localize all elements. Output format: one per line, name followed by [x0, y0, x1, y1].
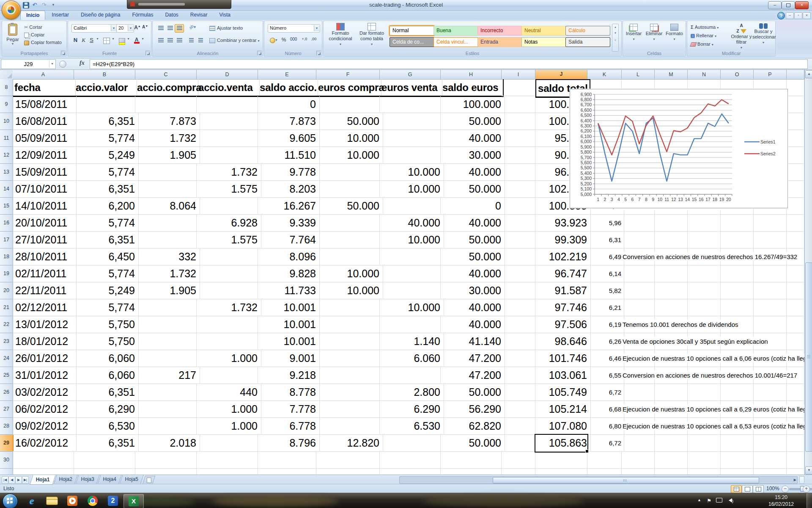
number-format-select[interactable]: Número▾ [268, 24, 320, 33]
cell-M31[interactable] [655, 469, 688, 475]
cell-D15[interactable] [197, 198, 258, 215]
cell-F31[interactable] [316, 469, 380, 475]
cell-G14[interactable]: 10.000 [380, 181, 444, 198]
cut-button[interactable]: ✂ Cortar [24, 25, 42, 30]
cell-G22[interactable] [380, 316, 441, 333]
cell-N31[interactable] [688, 469, 721, 475]
row-header-21[interactable]: 21 [0, 299, 13, 316]
cell-D31[interactable] [197, 469, 258, 475]
italic-button[interactable]: K [80, 36, 88, 45]
row-header-9[interactable]: 9 [0, 96, 13, 113]
cell-H18[interactable]: 50.000 [441, 248, 505, 265]
start-button[interactable] [3, 494, 18, 508]
cell-L16[interactable] [622, 215, 655, 232]
prev-sheet-icon[interactable]: ◀ [8, 476, 15, 484]
cell-K31[interactable] [587, 469, 622, 475]
cell-B30[interactable] [74, 452, 135, 469]
cell-M19[interactable] [655, 265, 688, 282]
first-sheet-icon[interactable]: |◀ [2, 476, 8, 484]
cell-E23[interactable]: 10.001 [258, 333, 320, 350]
cell-E16[interactable]: 9.339 [258, 215, 320, 232]
cell-E21[interactable]: 10.001 [258, 299, 320, 316]
cell-G15[interactable] [380, 198, 441, 215]
cell-P29[interactable] [754, 435, 787, 452]
cell-A28[interactable]: 09/02/2012 [13, 418, 77, 435]
cell-X16[interactable] [787, 215, 804, 232]
cell-B21[interactable]: 5,774 [74, 299, 139, 316]
font-name-select[interactable]: Calibri▾ [71, 24, 117, 33]
align-top-button[interactable] [156, 24, 165, 33]
cell-A19[interactable]: 02/11/2011 [13, 265, 77, 282]
cell-X29[interactable] [787, 435, 804, 452]
cell-A26[interactable]: 03/02/2012 [13, 384, 77, 401]
cell-B8[interactable]: accio.valor [74, 79, 137, 97]
cell-K22[interactable]: 6,19 [587, 316, 624, 333]
sheet-tab-hoja2[interactable]: Hoja2 [53, 475, 77, 484]
cell-E24[interactable]: 9.001 [258, 350, 320, 367]
shrink-font-button[interactable]: A▼ [141, 24, 149, 33]
cell-C29[interactable]: 2.018 [135, 435, 200, 452]
cell-L20[interactable] [622, 282, 655, 299]
cell-F20[interactable]: 10.000 [316, 282, 383, 299]
cell-A8[interactable]: fecha [13, 79, 76, 97]
insert-worksheet-icon[interactable] [143, 476, 155, 484]
cell-E10[interactable]: 7.873 [258, 113, 320, 130]
tab-vista[interactable]: Vista [214, 11, 236, 19]
cell-O31[interactable] [721, 469, 754, 475]
cell-K18[interactable]: 6,49 [587, 248, 624, 265]
cell-H14[interactable]: 50.000 [441, 181, 505, 198]
cell-H23[interactable]: 41.140 [441, 333, 505, 350]
cell-G26[interactable]: 2.800 [380, 384, 444, 401]
cell-I26[interactable] [502, 384, 535, 401]
cell-B28[interactable]: 6,530 [74, 418, 139, 435]
row-header-10[interactable]: 10 [0, 113, 13, 130]
cell-H9[interactable]: 100.000 [441, 96, 505, 113]
cell-N16[interactable] [688, 215, 721, 232]
cell-G25[interactable] [380, 367, 441, 384]
cell-B10[interactable]: 6,351 [74, 113, 139, 130]
cell-I20[interactable] [502, 282, 535, 299]
cell-E26[interactable]: 8.778 [258, 384, 320, 401]
scroll-right-icon[interactable]: ▶ [794, 478, 796, 482]
cell-E31[interactable] [258, 469, 316, 475]
close-button[interactable]: × [795, 1, 809, 9]
cell-E30[interactable] [258, 452, 316, 469]
cell-J17[interactable]: 99.309 [535, 232, 591, 248]
cell-C26[interactable] [135, 384, 197, 401]
cell-C25[interactable]: 217 [135, 367, 200, 384]
cell-I17[interactable] [502, 232, 535, 248]
cell-X22[interactable] [787, 316, 804, 333]
align-left-button[interactable] [156, 36, 165, 45]
cell-E25[interactable]: 9.218 [258, 367, 320, 384]
cell-C14[interactable] [135, 181, 197, 198]
formula-options-icon[interactable] [59, 61, 66, 68]
cell-I18[interactable] [502, 248, 535, 265]
cell-E15[interactable]: 16.267 [258, 198, 320, 215]
cell-G27[interactable]: 6.290 [380, 401, 444, 418]
cell-X13[interactable] [787, 164, 804, 181]
cell-N26[interactable] [688, 384, 721, 401]
horizontal-scrollbar[interactable]: ▶ [399, 476, 798, 484]
cell-E20[interactable]: 11.733 [258, 282, 320, 299]
tab-formulas[interactable]: Fórmulas [126, 11, 159, 19]
cell-H11[interactable]: 40.000 [441, 130, 505, 147]
row-header-27[interactable]: 27 [0, 401, 13, 418]
zoom-out-icon[interactable]: − [782, 486, 789, 493]
cell-B26[interactable]: 6,351 [74, 384, 139, 401]
cell-P21[interactable] [754, 299, 787, 316]
cell-B27[interactable]: 6,290 [74, 401, 139, 418]
cell-D16[interactable]: 6.928 [197, 215, 261, 232]
cell-J16[interactable]: 93.923 [535, 215, 591, 232]
cell-G19[interactable] [380, 265, 441, 282]
select-all-corner[interactable] [0, 70, 13, 80]
cell-M21[interactable] [655, 299, 688, 316]
accounting-format-button[interactable]: ▾ [268, 36, 280, 45]
cell-L26[interactable] [622, 384, 655, 401]
cell-M26[interactable] [655, 384, 688, 401]
cell-style-buena[interactable]: Buena [433, 26, 478, 36]
embedded-line-chart[interactable]: 5,0005,1005,2005,3005,4005,5005,6005,700… [570, 89, 788, 208]
cell-B22[interactable]: 5,750 [74, 316, 139, 333]
cell-F28[interactable] [316, 418, 380, 435]
cell-O16[interactable] [721, 215, 754, 232]
cell-B16[interactable]: 5,774 [74, 215, 139, 232]
